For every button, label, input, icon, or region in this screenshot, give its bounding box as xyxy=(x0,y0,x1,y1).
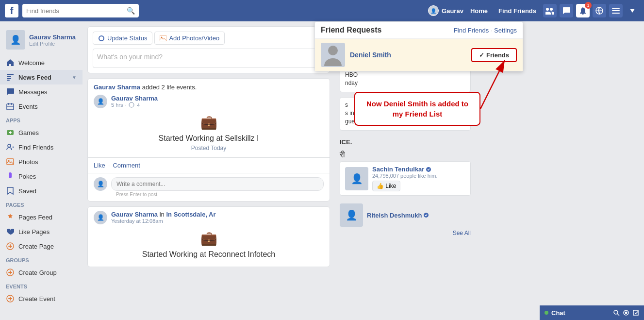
home-icon xyxy=(6,58,15,67)
post-author-avatar-2: 👤 xyxy=(94,211,107,224)
sidebar-item-like-pages[interactable]: Like Pages xyxy=(0,224,83,239)
sachin-avatar: 👤 xyxy=(345,167,368,190)
sidebar-item-welcome[interactable]: Welcome xyxy=(0,55,83,70)
sidebar-edit-profile[interactable]: Edit Profile xyxy=(29,41,77,47)
friend-request-item: Deniel Smith ✓ Friends xyxy=(315,39,523,71)
search-input[interactable] xyxy=(26,7,127,15)
sidebar-item-pokes[interactable]: Pokes xyxy=(0,169,83,184)
globe-icon-btn[interactable] xyxy=(593,4,606,17)
sidebar-item-label: News Feed xyxy=(18,74,68,81)
requester-info: Deniel Smith xyxy=(350,51,391,59)
create-page-icon xyxy=(6,242,15,251)
briefcase-icon-2: 💼 xyxy=(94,230,324,246)
update-status-btn[interactable]: Update Status xyxy=(93,32,152,45)
svg-rect-4 xyxy=(7,74,14,75)
post-event-title-2: Started Working at Reconnect Infotech xyxy=(94,250,324,259)
find-friends-nav-btn[interactable]: Find Friends xyxy=(495,7,540,15)
post-author-name-2: Gaurav Sharma in in Scottsdale, Ar xyxy=(111,211,216,218)
comment-input[interactable] xyxy=(111,177,324,191)
like-pages-icon xyxy=(6,227,15,236)
sidebar-item-label: Saved xyxy=(18,187,77,195)
like-btn[interactable]: Like xyxy=(94,160,105,171)
status-input[interactable]: What's on your mind? xyxy=(93,49,325,68)
chevron-down-icon-btn[interactable] xyxy=(626,4,639,17)
sidebar-item-pages-feed[interactable]: Pages Feed xyxy=(0,210,83,224)
friends-icon-btn[interactable] xyxy=(543,4,557,17)
sidebar-item-label: Pokes xyxy=(18,173,77,180)
notifications-icon-btn[interactable]: 1 xyxy=(576,4,590,17)
svg-rect-2 xyxy=(612,10,620,11)
post-time-2: Yesterday at 12:08am xyxy=(111,218,216,224)
add-photos-btn[interactable]: Add Photos/Video xyxy=(154,32,225,45)
requester-name[interactable]: Deniel Smith xyxy=(350,51,391,59)
sidebar-item-create-group[interactable]: Create Group xyxy=(0,265,83,280)
svg-rect-26 xyxy=(8,298,12,299)
sidebar-item-games[interactable]: Games xyxy=(0,125,83,140)
post-action-text: added 2 life events. xyxy=(142,84,197,91)
sidebar-profile-info: Gaurav Sharma Edit Profile xyxy=(29,34,77,47)
feed-post-2: 👤 Gaurav Sharma in in Scottsdale, Ar Yes… xyxy=(87,206,330,267)
riteish-card: 👤 Riteish Deshmukh xyxy=(340,201,471,230)
svg-rect-3 xyxy=(612,13,620,14)
post-event-sub: Posted Today xyxy=(94,145,324,152)
svg-point-32 xyxy=(328,46,338,55)
see-all-link-3[interactable]: See All xyxy=(453,230,471,236)
messages-icon-btn[interactable] xyxy=(560,4,573,17)
chat-bar[interactable]: Chat xyxy=(540,305,644,320)
find-friends-link[interactable]: Find Friends xyxy=(454,27,489,34)
photos-icon xyxy=(6,157,15,166)
events-section-header: EVENTS xyxy=(0,280,83,291)
post-time: 5 hrs · xyxy=(111,102,158,108)
post-event-body-2: 💼 Started Working at Reconnect Infotech xyxy=(88,224,330,267)
comment-hint: Press Enter to post. xyxy=(111,192,324,197)
sidebar-item-find-friends[interactable]: Find Friends xyxy=(0,140,83,154)
riteish-name: Riteish Deshmukh xyxy=(367,212,429,219)
status-box: Update Status Add Photos/Video What's on… xyxy=(87,26,330,73)
svg-rect-14 xyxy=(10,131,11,134)
sidebar-item-create-event[interactable]: Create Event xyxy=(0,291,83,306)
feed-post-1: Gaurav Sharma added 2 life events. 👤 Gau… xyxy=(87,78,330,202)
riteish-avatar: 👤 xyxy=(340,203,363,227)
comment-btn[interactable]: Comment xyxy=(113,160,140,171)
see-all-link-2[interactable]: See All xyxy=(447,111,465,118)
create-group-icon xyxy=(6,268,15,277)
chat-online-dot xyxy=(545,311,548,315)
sidebar-item-photos[interactable]: Photos xyxy=(0,154,83,169)
sidebar-item-label: Games xyxy=(18,129,77,136)
like-sachin-btn[interactable]: 👍 Like xyxy=(372,181,400,191)
sidebar-profile[interactable]: 👤 Gaurav Sharma Edit Profile xyxy=(0,26,83,55)
fr-links: Find Friends Settings xyxy=(454,27,517,34)
ad-text: ICE. xyxy=(340,135,471,149)
poster-name[interactable]: Gaurav Sharma xyxy=(94,84,140,91)
messages-icon xyxy=(6,87,15,96)
create-event-icon xyxy=(6,294,15,303)
svg-rect-10 xyxy=(11,103,12,105)
svg-rect-1 xyxy=(612,8,620,9)
sidebar-item-messages[interactable]: Messages xyxy=(0,84,83,99)
settings-icon-btn[interactable] xyxy=(609,4,623,17)
right-text-4: nday xyxy=(345,80,465,86)
nav-right: 👤 Gaurav Home Find Friends 1 xyxy=(428,4,639,17)
nav-user[interactable]: 👤 Gaurav xyxy=(428,5,463,16)
briefcase-icon: 💼 xyxy=(94,114,324,130)
search-bar[interactable]: 🔍 xyxy=(22,4,139,17)
post-event-body: 💼 Started Working at Sellskillz I Posted… xyxy=(88,108,330,157)
sidebar-item-create-page[interactable]: Create Page xyxy=(0,239,83,253)
main-content: Update Status Add Photos/Video What's on… xyxy=(83,21,335,320)
saved-icon xyxy=(6,186,15,195)
friends-btn[interactable]: ✓ Friends xyxy=(471,48,517,62)
chat-label: Chat xyxy=(551,309,565,317)
requester-avatar xyxy=(321,43,345,67)
home-nav-btn[interactable]: Home xyxy=(466,7,492,15)
post-author-name[interactable]: Gaurav Sharma xyxy=(111,95,158,102)
svg-point-29 xyxy=(129,102,134,107)
avatar: 👤 xyxy=(428,5,439,16)
sachin-name: Sachin Tendulkar xyxy=(372,166,465,173)
sidebar-item-label: Events xyxy=(18,103,77,110)
sidebar-item-saved[interactable]: Saved xyxy=(0,184,83,198)
settings-link[interactable]: Settings xyxy=(491,27,517,34)
avatar: 👤 xyxy=(6,30,25,50)
sidebar-item-events[interactable]: Events xyxy=(0,99,83,114)
sidebar-item-newsfeed[interactable]: News Feed ▼ xyxy=(0,70,83,84)
sidebar: 👤 Gaurav Sharma Edit Profile Welcome New… xyxy=(0,21,83,320)
